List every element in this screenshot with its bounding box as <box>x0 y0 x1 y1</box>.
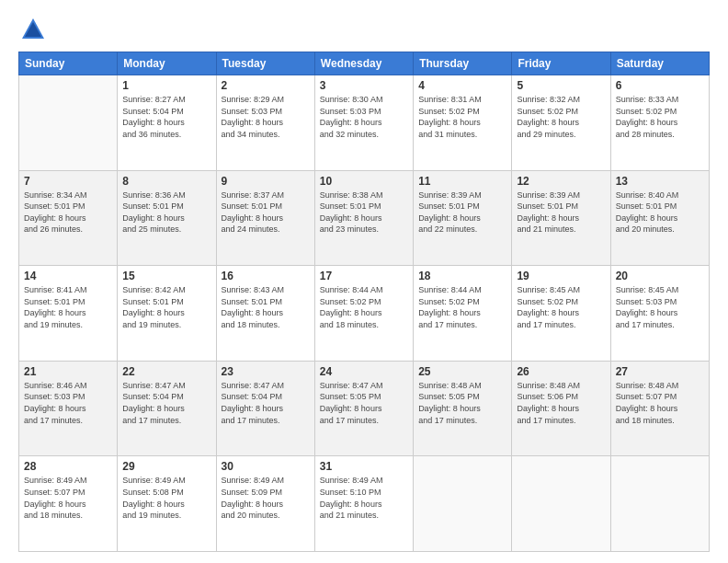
day-info: Sunrise: 8:45 AM Sunset: 5:03 PM Dayligh… <box>616 284 704 330</box>
day-number: 25 <box>418 365 506 378</box>
day-info: Sunrise: 8:39 AM Sunset: 5:01 PM Dayligh… <box>418 190 506 236</box>
calendar-cell <box>414 456 512 552</box>
day-number: 9 <box>222 175 310 188</box>
calendar-cell: 20Sunrise: 8:45 AM Sunset: 5:03 PM Dayli… <box>610 266 709 362</box>
day-info: Sunrise: 8:30 AM Sunset: 5:03 PM Dayligh… <box>320 94 408 140</box>
calendar-cell: 18Sunrise: 8:44 AM Sunset: 5:02 PM Dayli… <box>414 266 512 362</box>
day-number: 14 <box>24 270 112 282</box>
calendar-body: 1Sunrise: 8:27 AM Sunset: 5:04 PM Daylig… <box>19 75 710 552</box>
weekday-header: Thursday <box>414 52 512 75</box>
day-info: Sunrise: 8:44 AM Sunset: 5:02 PM Dayligh… <box>418 284 506 330</box>
day-number: 22 <box>122 365 210 378</box>
day-number: 1 <box>122 79 210 92</box>
day-number: 6 <box>616 79 704 92</box>
calendar-cell: 2Sunrise: 8:29 AM Sunset: 5:03 PM Daylig… <box>216 75 314 171</box>
calendar-cell: 6Sunrise: 8:33 AM Sunset: 5:02 PM Daylig… <box>610 75 709 171</box>
calendar-cell: 15Sunrise: 8:42 AM Sunset: 5:01 PM Dayli… <box>118 266 216 362</box>
day-info: Sunrise: 8:40 AM Sunset: 5:01 PM Dayligh… <box>616 190 704 236</box>
day-number: 29 <box>122 460 210 473</box>
calendar-cell: 26Sunrise: 8:48 AM Sunset: 5:06 PM Dayli… <box>512 361 610 456</box>
weekday-header: Wednesday <box>314 52 413 75</box>
calendar-week-row: 21Sunrise: 8:46 AM Sunset: 5:03 PM Dayli… <box>19 361 710 456</box>
day-info: Sunrise: 8:27 AM Sunset: 5:04 PM Dayligh… <box>122 94 210 140</box>
day-info: Sunrise: 8:43 AM Sunset: 5:01 PM Dayligh… <box>222 284 310 330</box>
day-number: 27 <box>616 365 704 378</box>
calendar-cell: 25Sunrise: 8:48 AM Sunset: 5:05 PM Dayli… <box>414 361 512 456</box>
day-info: Sunrise: 8:44 AM Sunset: 5:02 PM Dayligh… <box>320 284 408 330</box>
calendar-cell: 22Sunrise: 8:47 AM Sunset: 5:04 PM Dayli… <box>118 361 216 456</box>
calendar-cell: 12Sunrise: 8:39 AM Sunset: 5:01 PM Dayli… <box>512 170 610 266</box>
weekday-header: Monday <box>118 52 216 75</box>
day-info: Sunrise: 8:48 AM Sunset: 5:06 PM Dayligh… <box>517 380 605 426</box>
day-number: 31 <box>320 460 408 473</box>
calendar-week-row: 1Sunrise: 8:27 AM Sunset: 5:04 PM Daylig… <box>19 75 710 171</box>
day-info: Sunrise: 8:48 AM Sunset: 5:07 PM Dayligh… <box>616 380 704 426</box>
day-info: Sunrise: 8:36 AM Sunset: 5:01 PM Dayligh… <box>122 190 210 236</box>
day-number: 21 <box>24 365 112 378</box>
day-number: 18 <box>418 270 506 282</box>
day-number: 7 <box>24 175 112 188</box>
day-number: 8 <box>122 175 210 188</box>
calendar-cell: 31Sunrise: 8:49 AM Sunset: 5:10 PM Dayli… <box>314 456 413 552</box>
weekday-header: Friday <box>512 52 610 75</box>
day-number: 10 <box>320 175 408 188</box>
calendar-cell: 4Sunrise: 8:31 AM Sunset: 5:02 PM Daylig… <box>414 75 512 171</box>
calendar-week-row: 28Sunrise: 8:49 AM Sunset: 5:07 PM Dayli… <box>19 456 710 552</box>
calendar-cell: 7Sunrise: 8:34 AM Sunset: 5:01 PM Daylig… <box>19 170 118 266</box>
logo-row <box>18 17 46 42</box>
calendar-cell: 5Sunrise: 8:32 AM Sunset: 5:02 PM Daylig… <box>512 75 610 171</box>
calendar-cell: 3Sunrise: 8:30 AM Sunset: 5:03 PM Daylig… <box>314 75 413 171</box>
day-info: Sunrise: 8:34 AM Sunset: 5:01 PM Dayligh… <box>24 190 112 236</box>
day-info: Sunrise: 8:39 AM Sunset: 5:01 PM Dayligh… <box>517 190 605 236</box>
calendar-cell: 30Sunrise: 8:49 AM Sunset: 5:09 PM Dayli… <box>216 456 314 552</box>
calendar-header: SundayMondayTuesdayWednesdayThursdayFrid… <box>19 52 710 75</box>
day-info: Sunrise: 8:49 AM Sunset: 5:07 PM Dayligh… <box>24 475 112 521</box>
day-info: Sunrise: 8:47 AM Sunset: 5:04 PM Dayligh… <box>222 380 310 426</box>
day-info: Sunrise: 8:49 AM Sunset: 5:08 PM Dayligh… <box>122 475 210 521</box>
day-number: 12 <box>517 175 605 188</box>
day-info: Sunrise: 8:31 AM Sunset: 5:02 PM Dayligh… <box>418 94 506 140</box>
day-number: 2 <box>222 79 310 92</box>
day-number: 11 <box>418 175 506 188</box>
calendar-cell: 21Sunrise: 8:46 AM Sunset: 5:03 PM Dayli… <box>19 361 118 456</box>
day-info: Sunrise: 8:29 AM Sunset: 5:03 PM Dayligh… <box>222 94 310 140</box>
weekday-row: SundayMondayTuesdayWednesdayThursdayFrid… <box>19 52 710 75</box>
calendar-cell: 24Sunrise: 8:47 AM Sunset: 5:05 PM Dayli… <box>314 361 413 456</box>
calendar-cell: 8Sunrise: 8:36 AM Sunset: 5:01 PM Daylig… <box>118 170 216 266</box>
day-info: Sunrise: 8:49 AM Sunset: 5:09 PM Dayligh… <box>222 475 310 521</box>
calendar-cell: 13Sunrise: 8:40 AM Sunset: 5:01 PM Dayli… <box>610 170 709 266</box>
day-info: Sunrise: 8:37 AM Sunset: 5:01 PM Dayligh… <box>222 190 310 236</box>
calendar-week-row: 14Sunrise: 8:41 AM Sunset: 5:01 PM Dayli… <box>19 266 710 362</box>
day-info: Sunrise: 8:47 AM Sunset: 5:04 PM Dayligh… <box>122 380 210 426</box>
day-info: Sunrise: 8:48 AM Sunset: 5:05 PM Dayligh… <box>418 380 506 426</box>
day-info: Sunrise: 8:47 AM Sunset: 5:05 PM Dayligh… <box>320 380 408 426</box>
calendar-cell: 9Sunrise: 8:37 AM Sunset: 5:01 PM Daylig… <box>216 170 314 266</box>
logo-block <box>18 17 46 42</box>
calendar-cell: 16Sunrise: 8:43 AM Sunset: 5:01 PM Dayli… <box>216 266 314 362</box>
weekday-header: Saturday <box>610 52 709 75</box>
day-number: 3 <box>320 79 408 92</box>
calendar-table: SundayMondayTuesdayWednesdayThursdayFrid… <box>18 52 710 552</box>
day-number: 16 <box>222 270 310 282</box>
day-number: 30 <box>222 460 310 473</box>
day-number: 15 <box>122 270 210 282</box>
logo-icon <box>20 17 46 42</box>
day-number: 24 <box>320 365 408 378</box>
day-info: Sunrise: 8:32 AM Sunset: 5:02 PM Dayligh… <box>517 94 605 140</box>
calendar-cell <box>19 75 118 171</box>
calendar-cell: 29Sunrise: 8:49 AM Sunset: 5:08 PM Dayli… <box>118 456 216 552</box>
day-info: Sunrise: 8:38 AM Sunset: 5:01 PM Dayligh… <box>320 190 408 236</box>
day-number: 19 <box>517 270 605 282</box>
page: SundayMondayTuesdayWednesdayThursdayFrid… <box>0 0 728 563</box>
day-number: 5 <box>517 79 605 92</box>
day-info: Sunrise: 8:42 AM Sunset: 5:01 PM Dayligh… <box>122 284 210 330</box>
day-number: 23 <box>222 365 310 378</box>
calendar-cell: 11Sunrise: 8:39 AM Sunset: 5:01 PM Dayli… <box>414 170 512 266</box>
calendar-cell: 17Sunrise: 8:44 AM Sunset: 5:02 PM Dayli… <box>314 266 413 362</box>
weekday-header: Sunday <box>19 52 118 75</box>
day-number: 28 <box>24 460 112 473</box>
day-number: 26 <box>517 365 605 378</box>
day-number: 13 <box>616 175 704 188</box>
day-number: 20 <box>616 270 704 282</box>
calendar-cell: 10Sunrise: 8:38 AM Sunset: 5:01 PM Dayli… <box>314 170 413 266</box>
